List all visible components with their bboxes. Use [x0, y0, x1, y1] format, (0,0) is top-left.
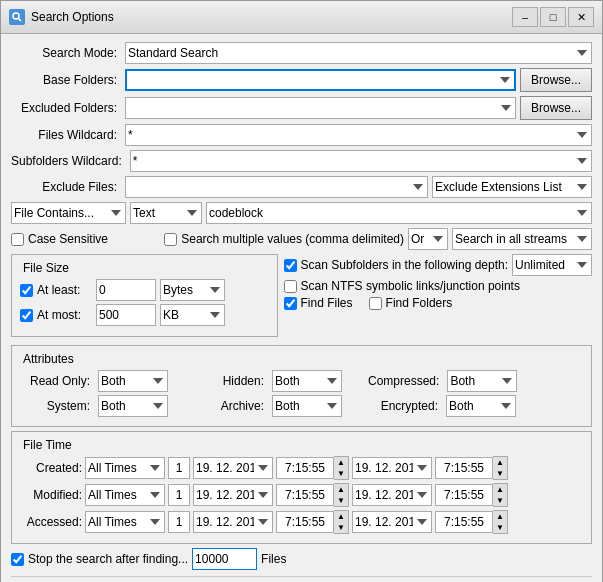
search-mode-select[interactable]: Standard Search Fast Search RegEx Search [125, 42, 592, 64]
find-files-checkbox[interactable] [284, 297, 297, 310]
form-content: Search Mode: Standard Search Fast Search… [1, 34, 602, 582]
or-select[interactable]: Or And [408, 228, 448, 250]
compressed-select[interactable]: BothYesNo [447, 370, 517, 392]
exclude-files-label: Exclude Files: [11, 180, 121, 194]
case-sensitive-checkbox[interactable] [11, 233, 24, 246]
created-range-select[interactable]: All TimesTodayCustom [85, 457, 165, 479]
system-select[interactable]: BothYesNo [98, 395, 168, 417]
scan-ntfs-checkbox[interactable] [284, 280, 297, 293]
search-mode-label: Search Mode: [11, 46, 121, 60]
window-controls: – □ ✕ [512, 7, 594, 27]
created-n-input[interactable] [168, 457, 190, 479]
created-time1-input[interactable] [276, 457, 334, 479]
created-time2-up[interactable]: ▲ [493, 457, 507, 468]
accessed-range-select[interactable]: All TimesTodayCustom [85, 511, 165, 533]
modified-time1-spinbtns: ▲ ▼ [334, 483, 349, 507]
svg-line-1 [19, 19, 22, 22]
subfolders-wildcard-label: Subfolders Wildcard: [11, 154, 126, 168]
accessed-time2-up[interactable]: ▲ [493, 511, 507, 522]
at-most-checkbox[interactable] [20, 309, 33, 322]
minimize-button[interactable]: – [512, 7, 538, 27]
modified-time2-spinner: ▲ ▼ [435, 483, 508, 507]
modified-time1-input[interactable] [276, 484, 334, 506]
read-only-select[interactable]: BothYesNo [98, 370, 168, 392]
modified-time2-input[interactable] [435, 484, 493, 506]
base-folders-row: Base Folders: Browse... [11, 68, 592, 92]
accessed-time-row: Accessed: All TimesTodayCustom 19. 12. 2… [20, 510, 583, 534]
created-time1-down[interactable]: ▼ [334, 468, 348, 479]
close-window-button[interactable]: ✕ [568, 7, 594, 27]
created-date2-select[interactable]: 19. 12. 2018 [352, 457, 432, 479]
created-time-row: Created: All TimesTodayCustom 19. 12. 20… [20, 456, 583, 480]
modified-time2-down[interactable]: ▼ [493, 495, 507, 506]
file-time-section: File Time Created: All TimesTodayCustom … [11, 431, 592, 544]
excluded-folders-select[interactable] [125, 97, 516, 119]
modified-time1-down[interactable]: ▼ [334, 495, 348, 506]
base-folders-select[interactable] [125, 69, 516, 91]
browse-base-button[interactable]: Browse... [520, 68, 592, 92]
accessed-time2-down[interactable]: ▼ [493, 522, 507, 533]
text-type-select[interactable]: Text Binary Both [130, 202, 202, 224]
accessed-time1-down[interactable]: ▼ [334, 522, 348, 533]
created-time1-up[interactable]: ▲ [334, 457, 348, 468]
scan-subfolders-checkbox[interactable] [284, 259, 297, 272]
at-least-checkbox[interactable] [20, 284, 33, 297]
stop-search-checkbox[interactable] [11, 553, 24, 566]
accessed-time2-spinner: ▲ ▼ [435, 510, 508, 534]
modified-label: Modified: [20, 488, 82, 502]
modified-time2-up[interactable]: ▲ [493, 484, 507, 495]
compressed-attr-label: Compressed: [368, 374, 439, 388]
at-most-input[interactable] [96, 304, 156, 326]
accessed-time1-input[interactable] [276, 511, 334, 533]
read-only-attr-label: Read Only: [20, 374, 90, 388]
scan-depth-select[interactable]: Unlimited123 [512, 254, 592, 276]
find-folders-checkbox[interactable] [369, 297, 382, 310]
archive-select[interactable]: BothYesNo [272, 395, 342, 417]
maximize-button[interactable]: □ [540, 7, 566, 27]
modified-time-row: Modified: All TimesTodayCustom 19. 12. 2… [20, 483, 583, 507]
at-most-label: At most: [37, 308, 92, 322]
find-folders-row: Find Folders [369, 296, 453, 310]
search-text-select[interactable]: codeblock [206, 202, 592, 224]
subfolders-wildcard-select[interactable]: * [130, 150, 592, 172]
stop-search-row: Stop the search after finding... Files [11, 548, 592, 570]
accessed-date2-select[interactable]: 19. 12. 2018 [352, 511, 432, 533]
files-wildcard-select[interactable]: * [125, 124, 592, 146]
hidden-select[interactable]: BothYesNo [272, 370, 342, 392]
at-least-input[interactable] [96, 279, 156, 301]
titlebar: Search Options – □ ✕ [1, 1, 602, 34]
modified-date1-select[interactable]: 19. 12. 2018 [193, 484, 273, 506]
search-streams-select[interactable]: Search in all streams Search in main str… [452, 228, 592, 250]
search-options-window: Search Options – □ ✕ Search Mode: Standa… [0, 0, 603, 582]
modified-date2-select[interactable]: 19. 12. 2018 [352, 484, 432, 506]
encrypted-select[interactable]: BothYesNo [446, 395, 516, 417]
accessed-time2-input[interactable] [435, 511, 493, 533]
stop-search-input[interactable] [192, 548, 257, 570]
scan-options: Scan Subfolders in the following depth: … [284, 254, 592, 310]
created-label: Created: [20, 461, 82, 475]
modified-time1-up[interactable]: ▲ [334, 484, 348, 495]
exclude-files-select[interactable] [125, 176, 428, 198]
search-multiple-checkbox[interactable] [164, 233, 177, 246]
browse-excluded-button[interactable]: Browse... [520, 96, 592, 120]
accessed-n-input[interactable] [168, 511, 190, 533]
accessed-date1-select[interactable]: 19. 12. 2018 [193, 511, 273, 533]
created-time2-down[interactable]: ▼ [493, 468, 507, 479]
modified-range-select[interactable]: All TimesTodayCustom [85, 484, 165, 506]
at-most-unit-select[interactable]: BytesKBMBGB [160, 304, 225, 326]
stop-search-label: Stop the search after finding... [28, 552, 188, 566]
accessed-time1-up[interactable]: ▲ [334, 511, 348, 522]
file-contains-row: File Contains... File Name File Path Tex… [11, 202, 592, 224]
at-least-unit-select[interactable]: BytesKBMBGB [160, 279, 225, 301]
exclude-ext-select[interactable]: Exclude Extensions List [432, 176, 592, 198]
encrypted-attr-label: Encrypted: [368, 399, 438, 413]
created-time1-spinbtns: ▲ ▼ [334, 456, 349, 480]
created-date1-select[interactable]: 19. 12. 2018 [193, 457, 273, 479]
created-time2-input[interactable] [435, 457, 493, 479]
attributes-section: Attributes Read Only: BothYesNo Hidden: … [11, 345, 592, 427]
modified-n-input[interactable] [168, 484, 190, 506]
file-contains-select[interactable]: File Contains... File Name File Path [11, 202, 126, 224]
search-multiple-label: Search multiple values (comma delimited) [181, 232, 404, 246]
scan-ntfs-row: Scan NTFS symbolic links/junction points [284, 279, 592, 293]
files-wildcard-label: Files Wildcard: [11, 128, 121, 142]
